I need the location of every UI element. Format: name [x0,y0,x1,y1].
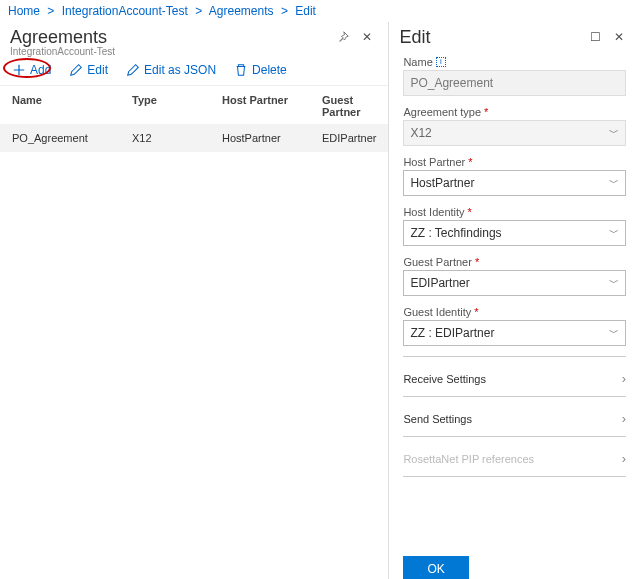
guest-partner-select[interactable]: EDIPartner ﹀ [403,270,626,296]
add-button[interactable]: Add [4,59,59,81]
pencil-icon [126,63,140,77]
trash-icon [234,63,248,77]
edit-blade: Edit ☐ ✕ Name i PO_Agreement Agreement t… [388,22,640,579]
agreement-type-select: X12 ﹀ [403,120,626,146]
receive-settings-row[interactable]: Receive Settings › [403,357,626,397]
agreements-subtitle: IntegrationAccount-Test [10,46,115,57]
plus-icon [12,63,26,77]
chevron-down-icon: ﹀ [609,176,619,190]
breadcrumb: Home > IntegrationAccount-Test > Agreeme… [0,0,640,22]
chevron-down-icon: ﹀ [609,276,619,290]
close-icon[interactable]: ✕ [608,26,630,48]
chevron-right-icon: › [622,451,626,466]
table-header: Name Type Host Partner Guest Partner [0,86,388,124]
label-host-partner: Host Partner* [403,156,626,168]
breadcrumb-account[interactable]: IntegrationAccount-Test [62,4,188,18]
chevron-right-icon: › [622,411,626,426]
col-name[interactable]: Name [12,94,132,118]
chevron-right-icon: › [622,371,626,386]
maximize-icon[interactable]: ☐ [584,26,606,48]
host-identity-select[interactable]: ZZ : Techfindings ﹀ [403,220,626,246]
ok-button[interactable]: OK [403,556,468,579]
guest-identity-select[interactable]: ZZ : EDIPartner ﹀ [403,320,626,346]
pencil-icon [69,63,83,77]
cell-guest: EDIPartner [322,132,376,144]
label-agreement-type: Agreement type* [403,106,626,118]
label-guest-identity: Guest Identity* [403,306,626,318]
pin-icon[interactable] [332,26,354,48]
name-field: PO_Agreement [403,70,626,96]
label-guest-partner: Guest Partner* [403,256,626,268]
edit-title: Edit [399,26,430,48]
agreements-toolbar: Add Edit Edit as JSON [0,57,388,86]
info-icon[interactable]: i [436,57,446,67]
breadcrumb-agreements[interactable]: Agreements [209,4,274,18]
delete-button[interactable]: Delete [226,59,295,81]
breadcrumb-edit[interactable]: Edit [295,4,316,18]
cell-host: HostPartner [222,132,322,144]
breadcrumb-home[interactable]: Home [8,4,40,18]
col-type[interactable]: Type [132,94,222,118]
agreements-blade: Agreements IntegrationAccount-Test ✕ Add [0,22,388,579]
label-host-identity: Host Identity* [403,206,626,218]
col-guest[interactable]: Guest Partner [322,94,376,118]
col-host[interactable]: Host Partner [222,94,322,118]
edit-json-button[interactable]: Edit as JSON [118,59,224,81]
send-settings-row[interactable]: Send Settings › [403,397,626,437]
close-icon[interactable]: ✕ [356,26,378,48]
host-partner-select[interactable]: HostPartner ﹀ [403,170,626,196]
chevron-down-icon: ﹀ [609,126,619,140]
chevron-down-icon: ﹀ [609,326,619,340]
label-name: Name i [403,56,626,68]
edit-button[interactable]: Edit [61,59,116,81]
chevron-down-icon: ﹀ [609,226,619,240]
table-row[interactable]: PO_Agreement X12 HostPartner EDIPartner [0,124,388,152]
cell-name: PO_Agreement [12,132,132,144]
rosetta-row: RosettaNet PIP references › [403,437,626,477]
cell-type: X12 [132,132,222,144]
agreements-title: Agreements [10,26,115,48]
